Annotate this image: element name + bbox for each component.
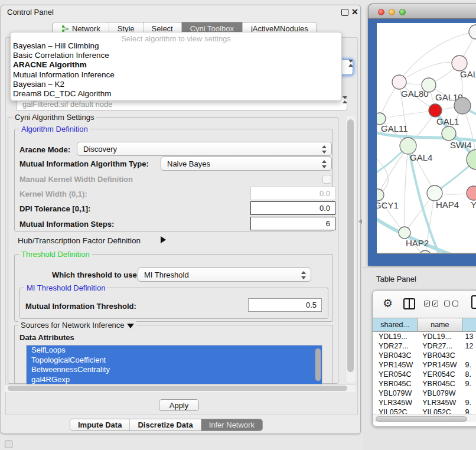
cyni-algorithm-settings-title: Cyni Algorithm Settings <box>12 113 96 122</box>
combo-spinner-icon <box>322 159 327 169</box>
network-node-gal1[interactable] <box>429 104 442 117</box>
kernel-width-field[interactable]: 0.0 <box>250 187 335 200</box>
aracne-mode-combo[interactable]: Discovery <box>77 142 332 156</box>
select-all-checkbox-icon[interactable]: ✓ <box>432 301 438 306</box>
algorithm-popup-item[interactable]: Mutual Information Inference <box>11 70 341 80</box>
network-edge[interactable] <box>405 146 408 233</box>
collapse-arrow-icon[interactable] <box>127 324 134 328</box>
table-cell: 12 <box>462 341 476 351</box>
table-body: YDL19...YDL19...13YDR27...YDR27...12YBR0… <box>373 332 476 415</box>
minimize-window-icon[interactable] <box>389 9 395 15</box>
zoom-window-icon[interactable] <box>399 9 406 15</box>
column-header-name[interactable]: name <box>418 318 462 331</box>
table-cell: YDL19... <box>418 332 462 341</box>
algorithm-popup-item[interactable]: ARACNE Algorithm <box>11 60 341 70</box>
tab-impute-data[interactable]: Impute Data <box>70 419 130 431</box>
algorithm-popup-item[interactable]: Bayesian – K2 <box>11 80 341 89</box>
data-attribute-item[interactable]: gal4RGexp <box>27 375 322 385</box>
table-row[interactable]: YPR145WYPR145W9. <box>373 360 476 370</box>
column-header-shared-name[interactable]: shared... <box>373 318 418 331</box>
network-window-titlebar[interactable] <box>368 4 476 19</box>
network-node-label: GCY1 <box>377 200 399 210</box>
network-node-y[interactable] <box>467 186 476 200</box>
network-node-hap2[interactable] <box>399 227 410 239</box>
network-edge[interactable] <box>380 110 435 119</box>
network-node-gal80[interactable] <box>392 75 406 89</box>
tab-discretize-data[interactable]: Discretize Data <box>130 419 201 431</box>
which-threshold-combo[interactable]: MI Threshold <box>138 268 311 282</box>
mi-threshold-field[interactable]: 0.5 <box>248 298 322 312</box>
table-cell: 9. <box>462 398 476 407</box>
network-node-gal11[interactable] <box>377 113 386 125</box>
gear-icon[interactable]: ⚙ <box>383 296 393 310</box>
network-node-hap4[interactable] <box>427 185 442 201</box>
close-window-icon[interactable] <box>378 9 384 15</box>
data-attribute-item[interactable]: BetweennessCentrality <box>27 365 322 375</box>
data-attribute-item[interactable]: SelfLoops <box>27 345 322 356</box>
network-node-swi4[interactable] <box>442 126 456 141</box>
table-cell: YLR345W <box>418 398 462 407</box>
threshold-definition-title: Threshold Definition <box>19 250 92 259</box>
deselect-all-checkbox-icon[interactable] <box>444 301 450 306</box>
tab-infer-network[interactable]: Infer Network <box>201 419 262 431</box>
close-panel-icon[interactable]: ✕ <box>351 7 358 17</box>
apply-button[interactable]: Apply <box>159 399 199 411</box>
table-cell: 9. <box>462 360 476 370</box>
table-cell: YER054C <box>373 370 418 379</box>
mi-algorithm-type-combo[interactable]: Naive Bayes <box>161 156 332 171</box>
columns-icon[interactable] <box>403 298 415 309</box>
manual-kernel-width-label: Manual Kernel Width Definition <box>19 175 133 184</box>
column-header-partial[interactable] <box>462 318 476 331</box>
combo-spinner-icon <box>301 270 307 280</box>
network-node-gal10[interactable] <box>422 78 436 92</box>
network-node-label: HAP4 <box>436 200 459 210</box>
sources-group-title[interactable]: Sources for Network Inference <box>18 321 136 330</box>
network-node[interactable] <box>454 97 471 114</box>
table-row[interactable]: YBR045CYBR045C9. <box>373 379 476 389</box>
network-node[interactable] <box>419 250 431 253</box>
mi-steps-field[interactable]: 6 <box>250 217 335 230</box>
table-cell: YBR043C <box>418 351 462 360</box>
network-node[interactable] <box>469 25 476 39</box>
which-threshold-label: Which threshold to use: <box>52 270 139 279</box>
network-node-gal4[interactable] <box>400 138 416 154</box>
table-row[interactable]: YLR345WYLR345W9. <box>373 398 476 407</box>
table-row[interactable]: YBR043CYBR043C <box>373 351 476 360</box>
attributes-list-scrollbar[interactable] <box>315 348 321 381</box>
network-canvas[interactable]: GALGAL80GAL10GAL1SWI4GAL11GAL4GCY1HAP4YH… <box>377 23 476 254</box>
table-header-row: shared... name <box>373 318 476 332</box>
collapsed-panel-icon[interactable] <box>5 441 12 448</box>
table-cell: YDR27... <box>373 341 418 351</box>
manual-kernel-width-checkbox[interactable] <box>322 175 331 184</box>
dpi-tolerance-field[interactable]: 0.0 <box>250 201 335 215</box>
select-all-checkbox-icon[interactable]: ✓ <box>424 301 430 306</box>
table-horizontal-scrollbar[interactable] <box>373 414 476 422</box>
data-attributes-list[interactable]: SelfLoopsTopologicalCoefficientBetweenne… <box>26 345 322 384</box>
expander-arrow-icon[interactable] <box>161 236 166 243</box>
table-row[interactable]: YBL079WYBL079W <box>373 389 476 398</box>
table-cell <box>462 389 476 398</box>
table-cell: YBR045C <box>373 379 418 389</box>
settings-horizontal-scrollbar-thumb[interactable] <box>8 386 347 391</box>
export-table-icon[interactable] <box>471 295 476 309</box>
algorithm-popup-item[interactable]: Dream8 DC_TDC Algorithm <box>11 89 341 99</box>
table-cell: YBR045C <box>418 379 462 389</box>
hub-definition-expander[interactable]: Hub/Transcription Factor Definition <box>18 236 141 245</box>
table-row[interactable]: YDL19...YDL19...13 <box>373 332 476 341</box>
table-row[interactable]: YER054CYER054C8. <box>373 370 476 379</box>
cyni-bottom-tabbar: Impute Data Discretize Data Infer Networ… <box>70 419 263 431</box>
deselect-all-checkbox-icon[interactable] <box>452 301 458 306</box>
network-node-label: SWI4 <box>450 140 472 150</box>
splitter-collapse-icon[interactable] <box>358 219 362 224</box>
mi-steps-label: Mutual Information Steps: <box>19 220 114 229</box>
algorithm-popup-item[interactable]: Basic Correlation Inference <box>11 51 341 60</box>
table-cell: YPR145W <box>373 360 418 370</box>
table-horizontal-scrollbar-thumb[interactable] <box>376 416 467 422</box>
settings-vertical-scrollbar-thumb[interactable] <box>347 119 354 372</box>
algorithm-selection-popup: Select algorithm to view settings Bayesi… <box>10 32 342 101</box>
float-panel-icon[interactable] <box>341 9 348 16</box>
table-cell <box>462 351 476 360</box>
data-attribute-item[interactable]: TopologicalCoefficient <box>27 356 322 366</box>
table-row[interactable]: YDR27...YDR27...12 <box>373 341 476 351</box>
application-root: Control Panel ✕ Network Style Select Cyn… <box>0 0 476 450</box>
